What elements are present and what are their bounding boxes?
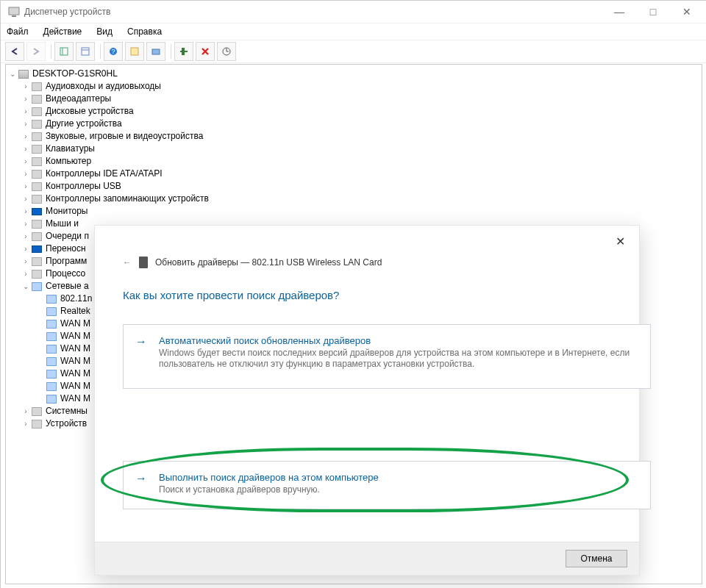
menu-action[interactable]: Действие xyxy=(42,26,84,37)
tree-item[interactable]: ›Видеоадаптеры xyxy=(6,93,702,105)
properties-button[interactable] xyxy=(125,42,144,61)
chevron-icon[interactable]: › xyxy=(21,218,31,230)
show-tree-button[interactable] xyxy=(54,42,74,61)
toolbar: ? xyxy=(1,40,706,63)
maximize-button[interactable]: □ xyxy=(636,1,670,23)
tree-item[interactable]: ›Контроллеры USB xyxy=(6,180,702,193)
device-category-icon xyxy=(31,257,43,267)
chevron-icon[interactable]: › xyxy=(21,180,31,193)
chevron-icon[interactable]: › xyxy=(21,168,31,180)
device-category-icon xyxy=(46,294,57,304)
tree-item-label: Клавиатуры xyxy=(46,143,95,155)
menu-file[interactable]: Файл xyxy=(5,26,30,37)
arrow-icon: → xyxy=(135,335,147,348)
dialog-close-button[interactable]: ✕ xyxy=(607,232,633,252)
tree-item-label: Звуковые, игровые и видеоустройства xyxy=(46,130,203,143)
device-category-icon xyxy=(31,269,43,279)
forward-button[interactable] xyxy=(26,42,46,61)
cancel-button[interactable]: Отмена xyxy=(566,550,627,567)
close-button[interactable]: ✕ xyxy=(670,1,704,23)
chevron-icon[interactable]: › xyxy=(21,118,31,130)
device-category-icon xyxy=(31,282,43,292)
minimize-button[interactable]: — xyxy=(602,1,636,23)
device-category-icon xyxy=(18,69,29,79)
toolbar-separator xyxy=(51,44,51,59)
tree-item-label: Контроллеры запоминающих устройств xyxy=(46,193,209,205)
update-driver-button[interactable] xyxy=(146,42,165,61)
back-arrow-icon[interactable]: ← xyxy=(123,257,132,268)
svg-rect-1 xyxy=(12,15,16,17)
tree-item-label: Процессо xyxy=(46,268,85,280)
chevron-icon[interactable]: › xyxy=(21,243,31,255)
device-category-icon xyxy=(31,157,43,167)
device-category-icon xyxy=(31,94,43,104)
chevron-icon[interactable]: ⌄ xyxy=(7,68,18,80)
chevron-icon[interactable]: › xyxy=(21,130,31,143)
menu-help[interactable]: Справка xyxy=(126,26,163,37)
chevron-icon[interactable]: › xyxy=(21,193,31,205)
device-category-icon xyxy=(46,394,57,404)
tree-item-label: Видеоадаптеры xyxy=(46,93,111,105)
device-category-icon xyxy=(46,306,57,317)
enable-device-button[interactable] xyxy=(174,42,193,61)
device-category-icon xyxy=(31,82,43,92)
update-driver-dialog: ✕ ← Обновить драйверы — 802.11n USB Wire… xyxy=(94,225,640,576)
tree-item-label: Очереди п xyxy=(46,230,89,243)
chevron-icon[interactable]: › xyxy=(21,255,31,268)
tree-item-label: Переносн xyxy=(46,243,86,255)
tree-item-label: Контроллеры USB xyxy=(46,180,121,193)
tree-item-label: Контроллеры IDE ATA/ATAPI xyxy=(46,168,163,180)
device-category-icon xyxy=(31,419,43,429)
back-button[interactable] xyxy=(5,42,24,61)
titlebar: Диспетчер устройств — □ ✕ xyxy=(1,1,706,24)
chevron-icon[interactable]: › xyxy=(21,80,31,93)
chevron-icon[interactable]: › xyxy=(21,143,31,155)
device-category-icon xyxy=(31,207,43,217)
tree-item[interactable]: ›Другие устройства xyxy=(6,118,702,130)
option-auto-title: Автоматический поиск обновленных драйвер… xyxy=(159,335,637,346)
tree-item[interactable]: ›Мониторы xyxy=(6,205,702,218)
chevron-icon[interactable]: › xyxy=(21,155,31,168)
device-icon xyxy=(139,257,148,268)
scan-hardware-button[interactable] xyxy=(217,42,236,61)
help-button[interactable]: ? xyxy=(104,42,123,61)
option-browse-title: Выполнить поиск драйверов на этом компью… xyxy=(159,472,637,483)
chevron-icon[interactable]: › xyxy=(21,268,31,280)
chevron-icon[interactable]: › xyxy=(21,417,31,430)
tree-item-label: Системны xyxy=(46,405,88,417)
device-category-icon xyxy=(31,244,43,254)
device-category-icon xyxy=(31,232,43,242)
tree-root[interactable]: ⌄DESKTOP-G1SR0HL xyxy=(6,68,702,80)
svg-rect-8 xyxy=(131,48,138,55)
tree-item[interactable]: ›Звуковые, игровые и видеоустройства xyxy=(6,130,702,143)
chevron-icon[interactable]: › xyxy=(21,230,31,243)
tree-item[interactable]: ›Компьютер xyxy=(6,155,702,168)
menu-view[interactable]: Вид xyxy=(95,26,114,37)
option-browse-desc: Поиск и установка драйверов вручную. xyxy=(159,484,637,495)
chevron-icon[interactable]: › xyxy=(21,93,31,105)
chevron-icon[interactable]: › xyxy=(21,205,31,218)
tree-item-label: Устройств xyxy=(46,417,87,430)
toolbar-separator xyxy=(171,44,171,59)
chevron-icon[interactable]: ⌄ xyxy=(21,280,31,293)
toolbar-separator xyxy=(100,44,101,59)
tree-item[interactable]: ›Аудиовходы и аудиовыходы xyxy=(6,80,702,93)
dialog-footer: Отмена xyxy=(95,542,639,575)
device-category-icon xyxy=(46,356,57,367)
option-auto-search[interactable]: → Автоматический поиск обновленных драйв… xyxy=(123,324,651,389)
svg-rect-9 xyxy=(152,49,160,54)
tree-item-label: DESKTOP-G1SR0HL xyxy=(32,68,118,80)
tree-item[interactable]: ›Контроллеры запоминающих устройств xyxy=(6,193,702,205)
chevron-icon[interactable]: › xyxy=(21,405,31,417)
tree-item[interactable]: ›Дисковые устройства xyxy=(6,105,702,118)
tree-item[interactable]: ›Контроллеры IDE ATA/ATAPI xyxy=(6,168,702,180)
tree-item-label: WAN M xyxy=(60,392,90,405)
tree-item[interactable]: ›Клавиатуры xyxy=(6,143,702,155)
device-category-icon xyxy=(31,194,43,204)
device-category-icon xyxy=(31,182,43,192)
svg-rect-0 xyxy=(9,7,19,15)
option-browse-computer[interactable]: → Выполнить поиск драйверов на этом комп… xyxy=(123,461,651,509)
uninstall-device-button[interactable] xyxy=(196,42,215,61)
show-list-button[interactable] xyxy=(76,42,95,61)
chevron-icon[interactable]: › xyxy=(21,105,31,118)
